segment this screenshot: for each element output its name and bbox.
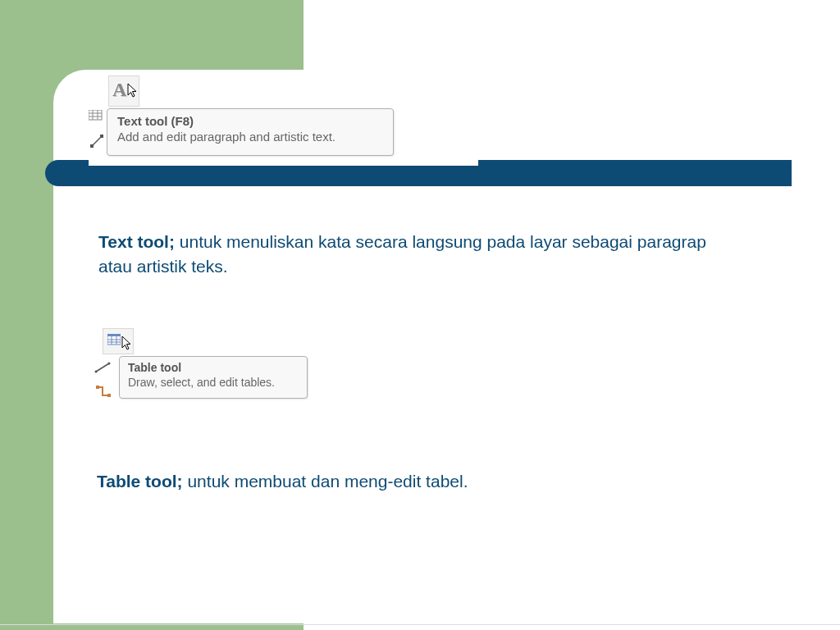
table-tool-description: Table tool; untuk membuat dan meng-edit … <box>97 469 737 494</box>
table-tool-tooltip: Table tool Draw, select, and edit tables… <box>119 356 308 399</box>
tooltip-description: Draw, select, and edit tables. <box>128 376 299 389</box>
svg-rect-17 <box>96 386 99 389</box>
svg-point-15 <box>95 371 98 373</box>
desc-bold-label: Table tool; <box>97 472 183 491</box>
bottom-divider <box>0 624 840 625</box>
svg-rect-18 <box>107 394 111 397</box>
svg-rect-9 <box>107 334 121 336</box>
desc-bold-label: Text tool; <box>98 232 175 251</box>
svg-line-14 <box>96 363 109 372</box>
text-tool-screenshot: A Text tool (F8) Add and edit paragraph … <box>89 75 478 166</box>
desc-text: untuk menuliskan kata secara langsung pa… <box>98 232 706 276</box>
text-tool-tooltip: Text tool (F8) Add and edit paragraph an… <box>107 108 394 156</box>
tooltip-description: Add and edit paragraph and artistic text… <box>117 130 383 144</box>
dimension-tool-icon <box>94 361 112 374</box>
table-icon <box>107 334 121 345</box>
text-tool-description: Text tool; untuk menuliskan kata secara … <box>98 230 738 280</box>
table-tool-button <box>103 328 134 354</box>
svg-rect-6 <box>90 144 94 148</box>
text-tool-button: A <box>108 75 139 107</box>
line-tool-icon <box>90 135 103 148</box>
connector-tool-icon <box>96 386 112 399</box>
tooltip-title: Table tool <box>128 361 299 374</box>
svg-rect-7 <box>100 135 103 138</box>
desc-text: untuk membuat dan meng-edit tabel. <box>183 472 468 491</box>
svg-rect-0 <box>89 110 102 120</box>
cursor-icon <box>127 83 140 99</box>
letter-a-icon: A <box>112 79 126 101</box>
tooltip-title: Text tool (F8) <box>117 114 383 128</box>
svg-point-16 <box>108 363 111 365</box>
cursor-icon <box>121 336 135 352</box>
table-tool-screenshot: Table tool Draw, select, and edit tables… <box>94 328 324 417</box>
grid-icon <box>89 110 103 121</box>
